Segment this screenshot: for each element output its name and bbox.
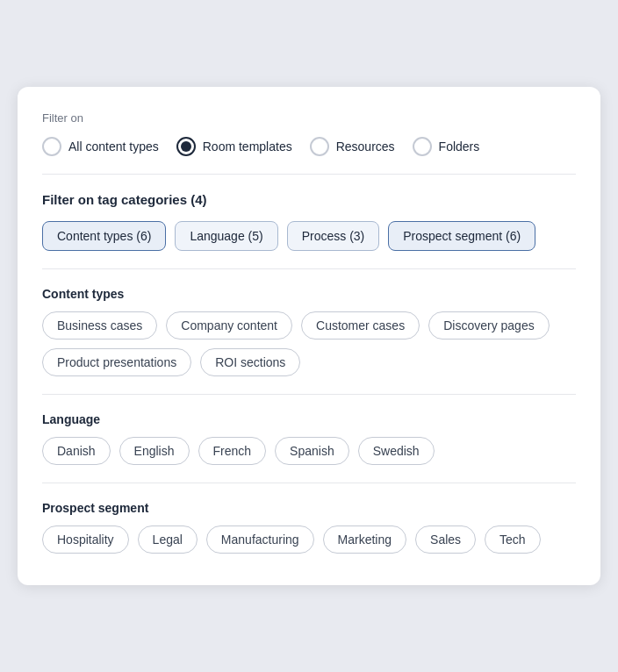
tag-marketing[interactable]: Marketing: [323, 525, 406, 554]
tag-discovery-pages[interactable]: Discovery pages: [428, 311, 550, 340]
radio-circle-room: [176, 137, 196, 156]
radio-label-resources: Resources: [336, 139, 395, 154]
tag-product-presentations[interactable]: Product presentations: [42, 348, 191, 376]
tag-roi-sections[interactable]: ROI sections: [200, 348, 300, 376]
language-section-title: Language: [42, 412, 576, 426]
divider-4: [42, 483, 576, 483]
content-types-section: Content types Business cases Company con…: [42, 287, 576, 376]
radio-label-folders: Folders: [439, 139, 480, 154]
content-types-tags: Business cases Company content Customer …: [42, 311, 576, 376]
tag-category-language[interactable]: Language (5): [175, 221, 277, 251]
tag-customer-cases[interactable]: Customer cases: [301, 311, 420, 340]
tag-danish[interactable]: Danish: [42, 437, 111, 465]
radio-room-templates[interactable]: Room templates: [176, 137, 292, 156]
tag-category-prospect-segment[interactable]: Prospect segment (6): [388, 221, 535, 251]
tag-swedish[interactable]: Swedish: [358, 437, 435, 465]
radio-circle-folders: [413, 137, 432, 156]
tag-company-content[interactable]: Company content: [166, 311, 292, 340]
radio-label-all: All content types: [68, 139, 159, 154]
tag-tech[interactable]: Tech: [485, 525, 541, 554]
prospect-segment-tags: Hospitality Legal Manufacturing Marketin…: [42, 525, 576, 554]
radio-circle-all: [42, 137, 61, 156]
filter-on-label: Filter on: [42, 111, 576, 125]
tag-category-content-types[interactable]: Content types (6): [42, 221, 166, 251]
radio-group: All content types Room templates Resourc…: [42, 137, 576, 156]
radio-all-content-types[interactable]: All content types: [42, 137, 159, 156]
tag-english[interactable]: English: [119, 437, 190, 465]
divider-2: [42, 268, 576, 269]
radio-label-room: Room templates: [203, 139, 292, 154]
tag-spanish[interactable]: Spanish: [275, 437, 349, 465]
tag-business-cases[interactable]: Business cases: [42, 311, 157, 340]
radio-circle-resources: [310, 137, 329, 156]
language-tags: Danish English French Spanish Swedish: [42, 437, 576, 465]
language-section: Language Danish English French Spanish S…: [42, 412, 576, 465]
tag-legal[interactable]: Legal: [138, 525, 198, 554]
filter-panel: Filter on All content types Room templat…: [18, 87, 600, 585]
radio-folders[interactable]: Folders: [413, 137, 480, 156]
tag-sales[interactable]: Sales: [415, 525, 476, 554]
tag-categories-title: Filter on tag categories (4): [42, 192, 576, 207]
tag-categories-group: Content types (6) Language (5) Process (…: [42, 221, 576, 251]
content-types-section-title: Content types: [42, 287, 576, 301]
divider-3: [42, 394, 576, 395]
prospect-segment-section: Prospect segment Hospitality Legal Manuf…: [42, 501, 576, 554]
radio-resources[interactable]: Resources: [310, 137, 395, 156]
prospect-segment-section-title: Prospect segment: [42, 501, 576, 515]
divider-1: [42, 174, 576, 175]
tag-hospitality[interactable]: Hospitality: [42, 525, 129, 554]
tag-french[interactable]: French: [198, 437, 267, 465]
tag-category-process[interactable]: Process (3): [287, 221, 380, 251]
tag-manufacturing[interactable]: Manufacturing: [206, 525, 314, 554]
